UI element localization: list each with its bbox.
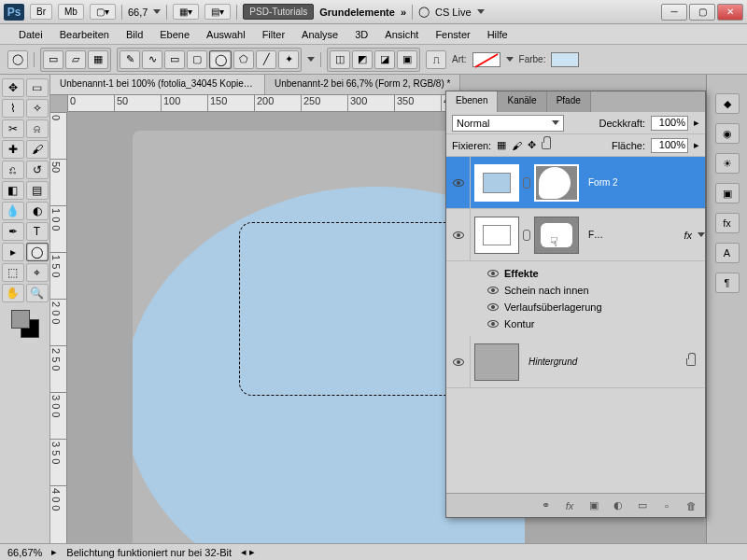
opacity-input[interactable]: 100%	[651, 116, 688, 131]
group-icon[interactable]: ▭	[634, 498, 651, 513]
blur-tool[interactable]: 💧	[2, 202, 24, 220]
stamp-tool[interactable]: ⎌	[2, 161, 24, 179]
zoom-tool[interactable]: 🔍	[26, 284, 49, 302]
layer-form1[interactable]: ☟ F… fx	[446, 209, 705, 261]
paths-mode[interactable]: ▱	[65, 50, 86, 69]
adjustment-layer-icon[interactable]: ◐	[610, 498, 627, 513]
shape-options-dropdown[interactable]	[307, 57, 315, 62]
cslive-icon[interactable]: ◯	[418, 6, 430, 18]
menu-ansicht[interactable]: Ansicht	[377, 26, 426, 43]
custom-shape-icon[interactable]: ✦	[278, 50, 299, 69]
link-icon[interactable]	[523, 230, 530, 241]
document-tab-1[interactable]: Unbenannt-2 bei 66,7% (Form 2, RGB/8) *	[265, 75, 460, 94]
lock-position-icon[interactable]: ✥	[528, 139, 536, 151]
3d-camera-tool[interactable]: ⌖	[26, 263, 49, 282]
bridge-button[interactable]: Br	[30, 4, 52, 20]
history-brush-tool[interactable]: ↺	[26, 161, 49, 179]
menu-auswahl[interactable]: Auswahl	[199, 26, 253, 43]
crop-tool[interactable]: ✂	[2, 119, 24, 138]
move-tool[interactable]: ✥	[2, 78, 24, 97]
delete-layer-icon[interactable]: 🗑	[683, 498, 699, 513]
path-select-tool[interactable]: ▸	[2, 243, 24, 261]
visibility-toggle[interactable]	[446, 209, 471, 260]
vector-mask-thumb[interactable]: ☟	[534, 217, 579, 254]
link-icon[interactable]	[523, 177, 530, 189]
color-swatch[interactable]	[551, 52, 579, 67]
polygon-shape-icon[interactable]: ⬠	[233, 50, 254, 69]
minibridge-button[interactable]: Mb	[58, 4, 84, 20]
rrect-shape-icon[interactable]: ▢	[187, 50, 207, 69]
extras-btn[interactable]: ▤▾	[204, 4, 231, 20]
eyedropper-tool[interactable]: ⍾	[26, 119, 49, 138]
layer-style-icon[interactable]: fx	[561, 498, 578, 513]
minimize-button[interactable]: ─	[661, 4, 687, 21]
dock-swatches-icon[interactable]: ◉	[715, 123, 740, 144]
layer-thumb[interactable]	[474, 217, 519, 254]
dock-mask-icon[interactable]: ▣	[715, 183, 740, 203]
lock-transparency-icon[interactable]: ▦	[497, 139, 506, 151]
menu-fenster[interactable]: Fenster	[428, 26, 477, 43]
menu-ebene[interactable]: Ebene	[152, 26, 197, 43]
style-swatch[interactable]	[472, 52, 500, 67]
dock-adjust-icon[interactable]: ☀	[715, 153, 740, 174]
marquee-tool[interactable]: ▭	[26, 78, 49, 97]
effect-inner-glow[interactable]: Schein nach innen	[487, 282, 705, 299]
path-intersect-icon[interactable]: ◪	[374, 50, 395, 69]
close-button[interactable]: ✕	[717, 4, 743, 21]
align-icon[interactable]: ⎍	[426, 50, 446, 69]
layer-name[interactable]: Hintergrund	[523, 357, 686, 367]
screen-mode-btn[interactable]: ▢▾	[90, 4, 116, 20]
workspace-button[interactable]: PSD-Tutorials	[243, 4, 314, 20]
visibility-toggle[interactable]	[446, 157, 471, 208]
lasso-tool[interactable]: ⌇	[2, 99, 24, 118]
layer-thumb[interactable]	[474, 164, 519, 202]
gradient-tool[interactable]: ▤	[26, 181, 49, 200]
ellipse-shape-icon[interactable]: ◯	[209, 50, 232, 69]
arrange-btn[interactable]: ▦▾	[173, 4, 199, 20]
path-subtract-icon[interactable]: ◩	[352, 50, 373, 69]
link-layers-icon[interactable]: ⚭	[537, 498, 554, 513]
layer-mask-icon[interactable]: ▣	[585, 498, 602, 513]
menu-analyse[interactable]: Analyse	[294, 26, 345, 43]
layer-background[interactable]: Hintergrund	[446, 336, 705, 388]
blend-mode-select[interactable]: Normal	[452, 115, 564, 132]
brush-tool[interactable]: 🖌	[26, 140, 49, 159]
layer-thumb[interactable]	[474, 343, 519, 381]
hand-tool[interactable]: ✋	[2, 284, 24, 302]
cslive-label[interactable]: CS Live	[435, 7, 472, 18]
line-shape-icon[interactable]: ╱	[256, 50, 276, 69]
dock-para-icon[interactable]: ¶	[715, 273, 740, 293]
fill-pixels-mode[interactable]: ▦	[88, 50, 108, 69]
path-combine-icon[interactable]: ◫	[330, 50, 350, 69]
menu-3d[interactable]: 3D	[347, 26, 375, 43]
document-tab-0[interactable]: Unbenannt-1 bei 100% (fotolia_34045 Kopi…	[50, 75, 265, 94]
zoom-indicator[interactable]: 66,7	[128, 7, 148, 18]
heal-tool[interactable]: ✚	[2, 140, 24, 159]
fill-input[interactable]: 100%	[651, 138, 688, 153]
lock-all-icon[interactable]	[542, 142, 551, 149]
freeform-pen-icon[interactable]: ∿	[142, 50, 162, 69]
3d-tool[interactable]: ⬚	[2, 263, 24, 282]
new-layer-icon[interactable]: ▫	[658, 498, 675, 513]
shape-tool[interactable]: ◯	[26, 243, 49, 261]
wand-tool[interactable]: ✧	[26, 99, 49, 118]
pen-icon[interactable]: ✎	[120, 50, 140, 69]
dock-color-icon[interactable]: ◆	[715, 93, 740, 114]
shape-layers-mode[interactable]: ▭	[43, 50, 63, 69]
visibility-toggle[interactable]	[446, 336, 471, 387]
dodge-tool[interactable]: ◐	[26, 202, 49, 220]
dock-char-icon[interactable]: A	[715, 243, 740, 263]
menu-hilfe[interactable]: Hilfe	[480, 26, 515, 43]
color-swatches[interactable]	[11, 310, 39, 338]
eraser-tool[interactable]: ◧	[2, 181, 24, 200]
tool-preset[interactable]: ◯	[7, 50, 28, 69]
effect-gradient-overlay[interactable]: Verlaufsüberlagerung	[487, 299, 705, 315]
menu-datei[interactable]: Datei	[11, 26, 50, 43]
layer-name[interactable]: Form 2	[583, 177, 705, 188]
menu-filter[interactable]: Filter	[255, 26, 292, 43]
path-exclude-icon[interactable]: ▣	[397, 50, 417, 69]
panel-tab-pfade[interactable]: Pfade	[547, 91, 591, 112]
lock-paint-icon[interactable]: 🖌	[512, 140, 522, 151]
dock-styles-icon[interactable]: fx	[715, 213, 740, 233]
maximize-button[interactable]: ▢	[689, 4, 715, 21]
